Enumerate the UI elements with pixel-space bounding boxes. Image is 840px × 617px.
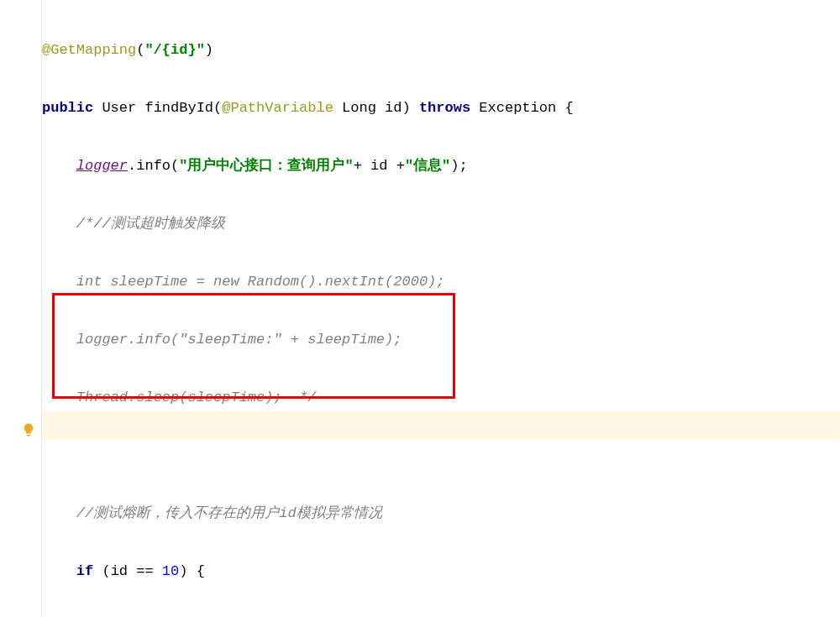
code-line: logger.info("sleepTime:" + sleepTime);: [42, 326, 840, 355]
code-line: logger.info("用户中心接口：查询用户"+ id +"信息");: [42, 152, 840, 181]
lightbulb-icon[interactable]: [21, 422, 36, 437]
code-line: int sleepTime = new Random().nextInt(200…: [42, 268, 840, 297]
code-line: /*//测试超时触发降级: [42, 210, 840, 239]
code-editor[interactable]: @GetMapping("/{id}") public User findByI…: [42, 0, 840, 617]
editor-gutter: [0, 0, 42, 617]
logger-field: logger: [76, 158, 128, 174]
code-line: if (id == 10) {: [42, 557, 840, 587]
code-line: Thread.sleep(sleepTime); */: [42, 384, 840, 413]
code-line: @GetMapping("/{id}"): [42, 36, 840, 65]
annotation: @GetMapping: [42, 42, 136, 58]
code-line-empty: [42, 442, 840, 471]
code-line: //测试熔断，传入不存在的用户id模拟异常情况: [42, 499, 840, 529]
code-line: public User findById(@PathVariable Long …: [42, 94, 840, 123]
